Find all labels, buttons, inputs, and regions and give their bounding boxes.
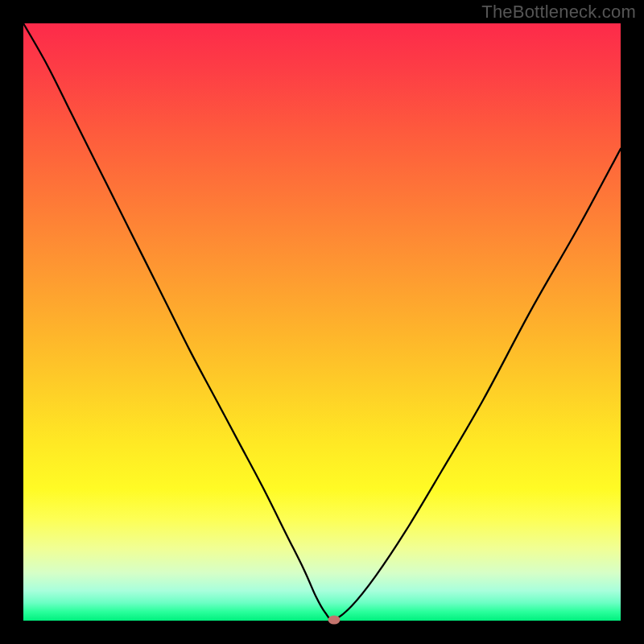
curve-svg: [23, 23, 621, 621]
chart-frame: TheBottleneck.com: [0, 0, 644, 644]
watermark-text: TheBottleneck.com: [481, 2, 636, 23]
bottleneck-curve: [23, 23, 621, 620]
optimum-marker: [328, 615, 340, 624]
plot-area: [23, 23, 621, 621]
